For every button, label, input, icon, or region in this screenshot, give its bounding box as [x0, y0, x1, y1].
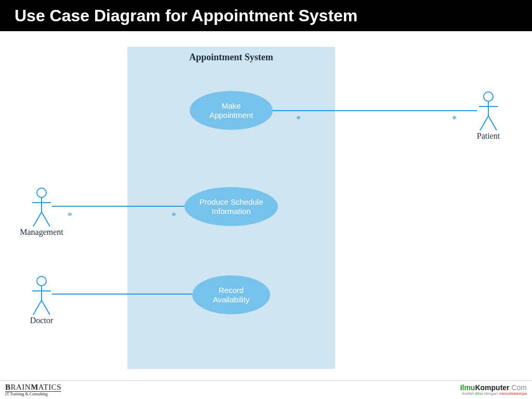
- actor-management: Management: [30, 187, 53, 234]
- brand-right-tagline: Ikatlah ilmu dengan menuliskannya: [460, 392, 527, 396]
- svg-line-4: [488, 116, 497, 130]
- brand-left: BRAINMATICS IT Training & Consulting: [5, 383, 61, 396]
- multiplicity: *: [68, 211, 72, 222]
- association-management-produce: [52, 206, 184, 207]
- svg-line-13: [33, 300, 42, 315]
- slide-title: Use Case Diagram for Appointment System: [0, 0, 532, 31]
- usecase-record-availability: Record Availability: [192, 275, 270, 314]
- svg-point-0: [484, 92, 493, 101]
- actor-label: Patient: [477, 131, 500, 141]
- usecase-make-appointment: Make Appointment: [190, 91, 273, 130]
- actor-doctor: Doctor: [30, 275, 53, 322]
- brand-left-name: BRAINMATICS: [5, 383, 61, 391]
- actor-label: Doctor: [30, 316, 53, 325]
- diagram-canvas: Appointment System Make Appointment Prod…: [0, 31, 532, 399]
- stickfigure-icon: [30, 275, 53, 317]
- usecase-label: Produce Schedule Information: [200, 197, 263, 216]
- svg-line-14: [42, 300, 50, 315]
- svg-line-3: [480, 116, 488, 130]
- svg-point-10: [37, 276, 46, 286]
- usecase-produce-schedule: Produce Schedule Information: [184, 187, 278, 226]
- brand-right-name: IlmuKomputer.Com: [460, 384, 527, 392]
- multiplicity: *: [452, 114, 457, 125]
- svg-line-9: [42, 212, 50, 227]
- brand-right: IlmuKomputer.Com Ikatlah ilmu dengan men…: [460, 384, 527, 396]
- brand-left-tagline: IT Training & Consulting: [5, 391, 61, 396]
- system-title: Appointment System: [127, 52, 335, 63]
- association-doctor-record: [52, 294, 192, 295]
- multiplicity: *: [296, 114, 301, 125]
- stickfigure-icon: [30, 187, 53, 229]
- association-patient-make: [273, 110, 477, 111]
- multiplicity: *: [171, 211, 176, 222]
- stickfigure-icon: [477, 91, 500, 132]
- title-text: Use Case Diagram for Appointment System: [15, 6, 357, 25]
- actor-patient: Patient: [477, 91, 500, 138]
- svg-point-5: [37, 188, 46, 197]
- actor-label: Management: [20, 228, 63, 237]
- svg-line-8: [33, 212, 42, 227]
- footer: BRAINMATICS IT Training & Consulting Ilm…: [0, 380, 532, 399]
- usecase-label: Record Availability: [213, 286, 250, 304]
- usecase-label: Make Appointment: [209, 101, 253, 119]
